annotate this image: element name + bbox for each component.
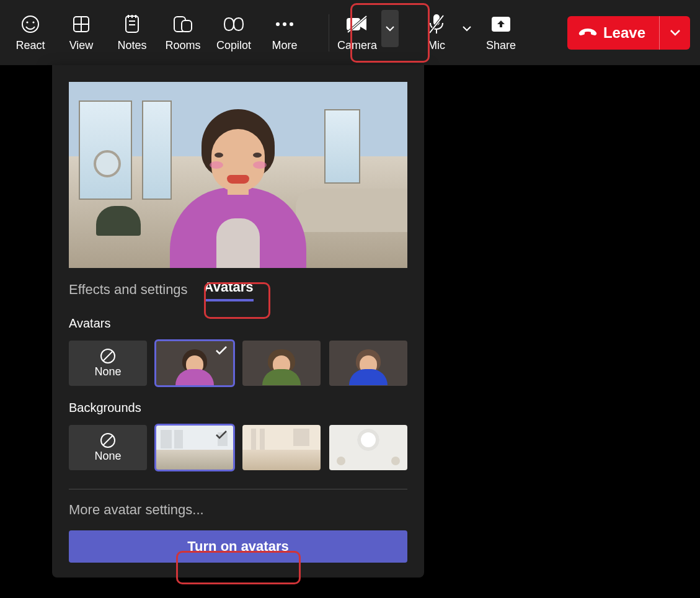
- notes-icon: [123, 13, 141, 35]
- more-button[interactable]: More: [259, 0, 310, 65]
- background-thumbnails: None: [69, 425, 407, 470]
- rooms-button[interactable]: Rooms: [157, 0, 208, 65]
- mic-off-icon: [427, 13, 446, 35]
- leave-label: Leave: [603, 24, 645, 42]
- camera-button[interactable]: Camera: [332, 0, 383, 65]
- panel-tabs: Effects and settings Avatars: [69, 279, 407, 301]
- rooms-icon: [172, 13, 193, 35]
- avatar-option-1[interactable]: [156, 341, 234, 386]
- view-button[interactable]: View: [56, 0, 107, 65]
- avatar-thumbnails: None: [69, 341, 407, 386]
- mic-button[interactable]: Mic: [415, 0, 458, 65]
- share-button[interactable]: Share: [476, 0, 526, 65]
- camera-label: Camera: [337, 39, 377, 52]
- share-screen-icon: [490, 13, 512, 35]
- none-label: None: [94, 365, 121, 378]
- copilot-icon: [223, 13, 245, 35]
- share-label: Share: [486, 39, 516, 52]
- turn-on-avatars-button[interactable]: Turn on avatars: [69, 530, 407, 563]
- rooms-label: Rooms: [165, 39, 200, 52]
- panel-divider: [69, 489, 407, 489]
- prohibit-icon: [100, 432, 116, 448]
- svg-point-16: [290, 22, 293, 26]
- react-label: React: [16, 39, 45, 52]
- camera-options-panel: Effects and settings Avatars Avatars Non…: [52, 65, 424, 578]
- camera-off-icon: [345, 13, 369, 35]
- svg-point-14: [276, 22, 280, 26]
- avatar-option-2[interactable]: [242, 341, 321, 386]
- svg-point-2: [32, 21, 34, 23]
- svg-point-1: [26, 21, 28, 23]
- chevron-down-icon: [670, 29, 681, 37]
- avatar-option-none[interactable]: None: [69, 341, 147, 386]
- svg-line-28: [103, 435, 113, 445]
- background-option-2[interactable]: [242, 425, 321, 470]
- svg-point-0: [22, 16, 38, 32]
- check-icon: [215, 430, 228, 440]
- tab-avatars[interactable]: Avatars: [204, 279, 254, 301]
- svg-rect-13: [182, 20, 192, 32]
- meeting-toolbar: React View Notes Rooms: [0, 0, 700, 65]
- view-label: View: [69, 39, 94, 52]
- leave-options-button[interactable]: [659, 16, 690, 50]
- camera-options-button[interactable]: [381, 10, 399, 47]
- check-icon: [215, 346, 228, 355]
- background-option-3[interactable]: [329, 425, 407, 470]
- grid-icon: [71, 13, 91, 35]
- avatar-option-3[interactable]: [329, 341, 407, 386]
- chevron-down-icon: [462, 25, 472, 32]
- ellipsis-icon: [275, 13, 295, 35]
- notes-label: Notes: [117, 39, 146, 52]
- svg-line-26: [103, 351, 113, 361]
- smiley-icon: [20, 13, 40, 35]
- none-label: None: [94, 450, 121, 463]
- mic-label: Mic: [428, 39, 445, 52]
- avatars-section-label: Avatars: [69, 316, 407, 331]
- notes-button[interactable]: Notes: [107, 0, 157, 65]
- more-label: More: [272, 39, 297, 52]
- mic-options-button[interactable]: [458, 25, 476, 32]
- backgrounds-section-label: Backgrounds: [69, 401, 407, 415]
- copilot-button[interactable]: Copilot: [208, 0, 259, 65]
- copilot-label: Copilot: [216, 39, 251, 52]
- background-option-1[interactable]: [156, 425, 234, 470]
- leave-button[interactable]: Leave: [567, 16, 659, 50]
- chevron-down-icon: [385, 25, 395, 32]
- more-avatar-settings-link[interactable]: More avatar settings...: [69, 502, 407, 518]
- avatar-figure: [176, 107, 300, 268]
- toolbar-separator: [329, 14, 329, 51]
- react-button[interactable]: React: [5, 0, 56, 65]
- hang-up-icon: [578, 27, 597, 39]
- avatar-preview: [69, 82, 407, 268]
- tab-effects-settings[interactable]: Effects and settings: [69, 282, 188, 301]
- prohibit-icon: [100, 348, 116, 364]
- svg-point-15: [283, 22, 286, 26]
- background-option-none[interactable]: None: [69, 425, 147, 470]
